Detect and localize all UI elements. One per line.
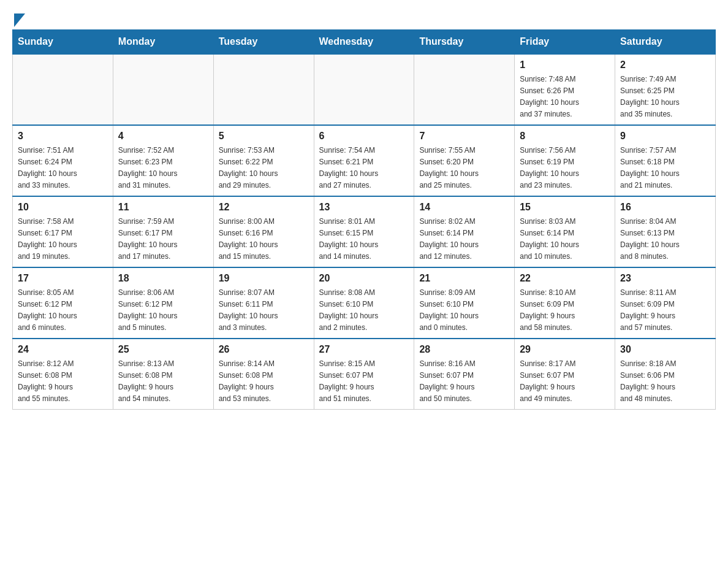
calendar-cell: 3Sunrise: 7:51 AM Sunset: 6:24 PM Daylig… xyxy=(13,125,113,196)
calendar-cell: 5Sunrise: 7:53 AM Sunset: 6:22 PM Daylig… xyxy=(213,125,314,196)
calendar-cell: 23Sunrise: 8:11 AM Sunset: 6:09 PM Dayli… xyxy=(615,267,716,339)
day-number: 8 xyxy=(520,131,610,142)
day-number: 21 xyxy=(419,273,509,284)
calendar-cell: 17Sunrise: 8:05 AM Sunset: 6:12 PM Dayli… xyxy=(13,267,113,339)
calendar-week-2: 3Sunrise: 7:51 AM Sunset: 6:24 PM Daylig… xyxy=(13,125,716,196)
calendar-cell: 20Sunrise: 8:08 AM Sunset: 6:10 PM Dayli… xyxy=(314,267,414,339)
day-sun-info: Sunrise: 7:55 AM Sunset: 6:20 PM Dayligh… xyxy=(419,146,479,190)
weekday-header-saturday: Saturday xyxy=(615,30,716,55)
day-sun-info: Sunrise: 8:15 AM Sunset: 6:07 PM Dayligh… xyxy=(319,359,375,403)
calendar-cell xyxy=(13,54,113,125)
day-sun-info: Sunrise: 8:02 AM Sunset: 6:14 PM Dayligh… xyxy=(419,217,479,261)
calendar-cell: 18Sunrise: 8:06 AM Sunset: 6:12 PM Dayli… xyxy=(113,267,213,339)
day-sun-info: Sunrise: 8:17 AM Sunset: 6:07 PM Dayligh… xyxy=(520,359,575,403)
day-number: 17 xyxy=(18,273,108,284)
day-number: 2 xyxy=(620,59,710,71)
calendar-cell: 19Sunrise: 8:07 AM Sunset: 6:11 PM Dayli… xyxy=(213,267,314,339)
calendar-cell: 28Sunrise: 8:16 AM Sunset: 6:07 PM Dayli… xyxy=(414,339,515,410)
day-sun-info: Sunrise: 8:05 AM Sunset: 6:12 PM Dayligh… xyxy=(18,288,77,332)
calendar-cell xyxy=(414,54,515,125)
day-sun-info: Sunrise: 7:49 AM Sunset: 6:25 PM Dayligh… xyxy=(620,75,680,118)
day-number: 14 xyxy=(419,202,509,213)
day-number: 19 xyxy=(219,273,309,284)
day-sun-info: Sunrise: 8:07 AM Sunset: 6:11 PM Dayligh… xyxy=(219,288,278,332)
calendar-cell: 25Sunrise: 8:13 AM Sunset: 6:08 PM Dayli… xyxy=(113,339,213,410)
day-number: 4 xyxy=(118,131,208,142)
day-number: 26 xyxy=(219,344,309,355)
day-number: 23 xyxy=(620,273,710,284)
calendar-cell: 30Sunrise: 8:18 AM Sunset: 6:06 PM Dayli… xyxy=(615,339,716,410)
day-number: 27 xyxy=(319,344,409,355)
day-number: 3 xyxy=(18,131,108,142)
day-number: 24 xyxy=(18,344,108,355)
day-sun-info: Sunrise: 7:52 AM Sunset: 6:23 PM Dayligh… xyxy=(118,146,178,190)
day-sun-info: Sunrise: 8:10 AM Sunset: 6:09 PM Dayligh… xyxy=(520,288,575,332)
day-number: 5 xyxy=(219,131,309,142)
day-number: 7 xyxy=(419,131,509,142)
logo-triangle-icon xyxy=(14,13,25,27)
day-sun-info: Sunrise: 7:57 AM Sunset: 6:18 PM Dayligh… xyxy=(620,146,680,190)
calendar-cell: 13Sunrise: 8:01 AM Sunset: 6:15 PM Dayli… xyxy=(314,196,414,267)
weekday-header-wednesday: Wednesday xyxy=(314,30,414,55)
day-sun-info: Sunrise: 8:03 AM Sunset: 6:14 PM Dayligh… xyxy=(520,217,579,261)
calendar-cell: 9Sunrise: 7:57 AM Sunset: 6:18 PM Daylig… xyxy=(615,125,716,196)
day-number: 12 xyxy=(219,202,309,213)
calendar-cell: 12Sunrise: 8:00 AM Sunset: 6:16 PM Dayli… xyxy=(213,196,314,267)
day-number: 25 xyxy=(118,344,208,355)
day-number: 30 xyxy=(620,344,710,355)
logo xyxy=(12,12,25,23)
calendar-cell: 24Sunrise: 8:12 AM Sunset: 6:08 PM Dayli… xyxy=(13,339,113,410)
day-sun-info: Sunrise: 7:51 AM Sunset: 6:24 PM Dayligh… xyxy=(18,146,77,190)
day-sun-info: Sunrise: 8:00 AM Sunset: 6:16 PM Dayligh… xyxy=(219,217,278,261)
day-number: 11 xyxy=(118,202,208,213)
weekday-header-thursday: Thursday xyxy=(414,30,515,55)
day-number: 20 xyxy=(319,273,409,284)
calendar-week-4: 17Sunrise: 8:05 AM Sunset: 6:12 PM Dayli… xyxy=(13,267,716,339)
day-number: 16 xyxy=(620,202,710,213)
calendar-cell: 27Sunrise: 8:15 AM Sunset: 6:07 PM Dayli… xyxy=(314,339,414,410)
calendar-cell: 7Sunrise: 7:55 AM Sunset: 6:20 PM Daylig… xyxy=(414,125,515,196)
calendar-cell: 15Sunrise: 8:03 AM Sunset: 6:14 PM Dayli… xyxy=(515,196,615,267)
calendar-table: SundayMondayTuesdayWednesdayThursdayFrid… xyxy=(12,29,716,410)
day-number: 1 xyxy=(520,59,610,71)
day-sun-info: Sunrise: 8:12 AM Sunset: 6:08 PM Dayligh… xyxy=(18,359,74,403)
calendar-cell: 26Sunrise: 8:14 AM Sunset: 6:08 PM Dayli… xyxy=(213,339,314,410)
calendar-cell: 22Sunrise: 8:10 AM Sunset: 6:09 PM Dayli… xyxy=(515,267,615,339)
day-sun-info: Sunrise: 8:06 AM Sunset: 6:12 PM Dayligh… xyxy=(118,288,178,332)
calendar-cell: 14Sunrise: 8:02 AM Sunset: 6:14 PM Dayli… xyxy=(414,196,515,267)
day-sun-info: Sunrise: 8:01 AM Sunset: 6:15 PM Dayligh… xyxy=(319,217,379,261)
day-sun-info: Sunrise: 8:14 AM Sunset: 6:08 PM Dayligh… xyxy=(219,359,275,403)
day-sun-info: Sunrise: 7:54 AM Sunset: 6:21 PM Dayligh… xyxy=(319,146,379,190)
calendar-cell: 29Sunrise: 8:17 AM Sunset: 6:07 PM Dayli… xyxy=(515,339,615,410)
day-number: 15 xyxy=(520,202,610,213)
calendar-week-1: 1Sunrise: 7:48 AM Sunset: 6:26 PM Daylig… xyxy=(13,54,716,125)
day-sun-info: Sunrise: 7:53 AM Sunset: 6:22 PM Dayligh… xyxy=(219,146,278,190)
weekday-header-row: SundayMondayTuesdayWednesdayThursdayFrid… xyxy=(13,30,716,55)
calendar-week-3: 10Sunrise: 7:58 AM Sunset: 6:17 PM Dayli… xyxy=(13,196,716,267)
day-number: 10 xyxy=(18,202,108,213)
day-number: 29 xyxy=(520,344,610,355)
day-number: 9 xyxy=(620,131,710,142)
page-header xyxy=(12,12,716,23)
calendar-cell xyxy=(213,54,314,125)
day-sun-info: Sunrise: 8:04 AM Sunset: 6:13 PM Dayligh… xyxy=(620,217,680,261)
calendar-cell xyxy=(113,54,213,125)
calendar-cell: 4Sunrise: 7:52 AM Sunset: 6:23 PM Daylig… xyxy=(113,125,213,196)
calendar-cell: 1Sunrise: 7:48 AM Sunset: 6:26 PM Daylig… xyxy=(515,54,615,125)
day-sun-info: Sunrise: 7:59 AM Sunset: 6:17 PM Dayligh… xyxy=(118,217,178,261)
day-sun-info: Sunrise: 7:58 AM Sunset: 6:17 PM Dayligh… xyxy=(18,217,77,261)
day-sun-info: Sunrise: 8:13 AM Sunset: 6:08 PM Dayligh… xyxy=(118,359,174,403)
day-number: 6 xyxy=(319,131,409,142)
calendar-cell: 10Sunrise: 7:58 AM Sunset: 6:17 PM Dayli… xyxy=(13,196,113,267)
calendar-cell: 6Sunrise: 7:54 AM Sunset: 6:21 PM Daylig… xyxy=(314,125,414,196)
weekday-header-sunday: Sunday xyxy=(13,30,113,55)
day-sun-info: Sunrise: 8:09 AM Sunset: 6:10 PM Dayligh… xyxy=(419,288,479,332)
weekday-header-tuesday: Tuesday xyxy=(213,30,314,55)
day-number: 18 xyxy=(118,273,208,284)
weekday-header-monday: Monday xyxy=(113,30,213,55)
day-sun-info: Sunrise: 8:08 AM Sunset: 6:10 PM Dayligh… xyxy=(319,288,379,332)
calendar-cell: 11Sunrise: 7:59 AM Sunset: 6:17 PM Dayli… xyxy=(113,196,213,267)
calendar-cell xyxy=(314,54,414,125)
calendar-cell: 8Sunrise: 7:56 AM Sunset: 6:19 PM Daylig… xyxy=(515,125,615,196)
day-number: 28 xyxy=(419,344,509,355)
